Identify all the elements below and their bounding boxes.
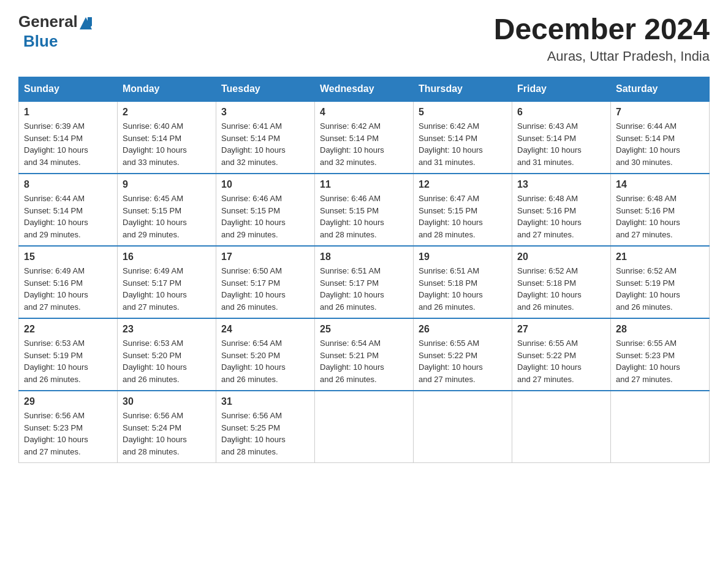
day-number: 31 [221, 396, 309, 407]
day-info: Sunrise: 6:55 AMSunset: 5:23 PMDaylight:… [616, 339, 680, 384]
cell-w4-d3: 25 Sunrise: 6:54 AMSunset: 5:21 PMDaylig… [315, 318, 414, 391]
day-info: Sunrise: 6:42 AMSunset: 5:14 PMDaylight:… [419, 121, 483, 167]
day-number: 26 [419, 324, 507, 335]
cell-w2-d1: 9 Sunrise: 6:45 AMSunset: 5:15 PMDayligh… [118, 174, 216, 246]
cell-w5-d6 [611, 391, 710, 463]
day-info: Sunrise: 6:42 AMSunset: 5:14 PMDaylight:… [320, 121, 384, 167]
day-number: 6 [517, 107, 605, 118]
cell-w3-d5: 20 Sunrise: 6:52 AMSunset: 5:18 PMDaylig… [512, 246, 611, 318]
day-number: 10 [221, 179, 309, 190]
cell-w3-d3: 18 Sunrise: 6:51 AMSunset: 5:17 PMDaylig… [315, 246, 414, 318]
day-info: Sunrise: 6:50 AMSunset: 5:17 PMDaylight:… [221, 266, 286, 312]
cell-w4-d2: 24 Sunrise: 6:54 AMSunset: 5:20 PMDaylig… [216, 318, 315, 391]
week-row-2: 8 Sunrise: 6:44 AMSunset: 5:14 PMDayligh… [19, 174, 710, 246]
day-info: Sunrise: 6:56 AMSunset: 5:25 PMDaylight:… [221, 411, 286, 456]
cell-w1-d3: 4 Sunrise: 6:42 AMSunset: 5:14 PMDayligh… [315, 101, 414, 174]
month-title: December 2024 [494, 12, 710, 46]
day-info: Sunrise: 6:55 AMSunset: 5:22 PMDaylight:… [419, 339, 483, 384]
day-number: 17 [221, 251, 309, 262]
title-section: December 2024 Auras, Uttar Pradesh, Indi… [494, 12, 710, 64]
day-info: Sunrise: 6:52 AMSunset: 5:19 PMDaylight:… [616, 266, 680, 312]
day-info: Sunrise: 6:54 AMSunset: 5:20 PMDaylight:… [221, 339, 286, 384]
cell-w2-d0: 8 Sunrise: 6:44 AMSunset: 5:14 PMDayligh… [19, 174, 118, 246]
day-number: 3 [221, 107, 309, 118]
cell-w3-d4: 19 Sunrise: 6:51 AMSunset: 5:18 PMDaylig… [414, 246, 512, 318]
cell-w1-d0: 1 Sunrise: 6:39 AMSunset: 5:14 PMDayligh… [19, 101, 118, 174]
cell-w4-d6: 28 Sunrise: 6:55 AMSunset: 5:23 PMDaylig… [611, 318, 710, 391]
day-number: 15 [24, 251, 112, 262]
day-info: Sunrise: 6:53 AMSunset: 5:19 PMDaylight:… [24, 339, 88, 384]
page-header: General Blue December 2024 Auras, Uttar … [18, 12, 710, 64]
day-info: Sunrise: 6:48 AMSunset: 5:16 PMDaylight:… [517, 194, 582, 239]
day-number: 27 [517, 324, 605, 335]
cell-w5-d5 [512, 391, 611, 463]
header-friday: Friday [512, 77, 611, 102]
calendar-table: SundayMondayTuesdayWednesdayThursdayFrid… [18, 77, 710, 463]
cell-w5-d4 [414, 391, 512, 463]
header-tuesday: Tuesday [216, 77, 315, 102]
day-info: Sunrise: 6:49 AMSunset: 5:17 PMDaylight:… [123, 266, 187, 312]
calendar-body: 1 Sunrise: 6:39 AMSunset: 5:14 PMDayligh… [19, 101, 710, 463]
header-thursday: Thursday [414, 77, 512, 102]
day-number: 30 [123, 396, 211, 407]
cell-w4-d5: 27 Sunrise: 6:55 AMSunset: 5:22 PMDaylig… [512, 318, 611, 391]
logo: General Blue [18, 12, 92, 51]
cell-w4-d1: 23 Sunrise: 6:53 AMSunset: 5:20 PMDaylig… [118, 318, 216, 391]
day-number: 4 [320, 107, 408, 118]
header-saturday: Saturday [611, 77, 710, 102]
cell-w2-d6: 14 Sunrise: 6:48 AMSunset: 5:16 PMDaylig… [611, 174, 710, 246]
day-info: Sunrise: 6:45 AMSunset: 5:15 PMDaylight:… [123, 194, 187, 239]
day-number: 5 [419, 107, 507, 118]
svg-marker-1 [88, 17, 92, 29]
day-info: Sunrise: 6:41 AMSunset: 5:14 PMDaylight:… [221, 121, 286, 167]
day-number: 24 [221, 324, 309, 335]
day-info: Sunrise: 6:51 AMSunset: 5:18 PMDaylight:… [419, 266, 483, 312]
week-row-1: 1 Sunrise: 6:39 AMSunset: 5:14 PMDayligh… [19, 101, 710, 174]
day-info: Sunrise: 6:49 AMSunset: 5:16 PMDaylight:… [24, 266, 88, 312]
day-number: 22 [24, 324, 112, 335]
cell-w3-d0: 15 Sunrise: 6:49 AMSunset: 5:16 PMDaylig… [19, 246, 118, 318]
day-number: 14 [616, 179, 704, 190]
day-number: 11 [320, 179, 408, 190]
day-info: Sunrise: 6:48 AMSunset: 5:16 PMDaylight:… [616, 194, 680, 239]
day-number: 23 [123, 324, 211, 335]
day-info: Sunrise: 6:39 AMSunset: 5:14 PMDaylight:… [24, 121, 88, 167]
cell-w2-d5: 13 Sunrise: 6:48 AMSunset: 5:16 PMDaylig… [512, 174, 611, 246]
day-number: 20 [517, 251, 605, 262]
day-info: Sunrise: 6:46 AMSunset: 5:15 PMDaylight:… [221, 194, 286, 239]
day-info: Sunrise: 6:55 AMSunset: 5:22 PMDaylight:… [517, 339, 582, 384]
cell-w5-d3 [315, 391, 414, 463]
week-row-3: 15 Sunrise: 6:49 AMSunset: 5:16 PMDaylig… [19, 246, 710, 318]
day-info: Sunrise: 6:53 AMSunset: 5:20 PMDaylight:… [123, 339, 187, 384]
day-number: 2 [123, 107, 211, 118]
header-wednesday: Wednesday [315, 77, 414, 102]
day-info: Sunrise: 6:56 AMSunset: 5:23 PMDaylight:… [24, 411, 88, 456]
day-number: 19 [419, 251, 507, 262]
header-monday: Monday [118, 77, 216, 102]
calendar-header: SundayMondayTuesdayWednesdayThursdayFrid… [19, 77, 710, 102]
cell-w5-d0: 29 Sunrise: 6:56 AMSunset: 5:23 PMDaylig… [19, 391, 118, 463]
day-number: 13 [517, 179, 605, 190]
cell-w4-d4: 26 Sunrise: 6:55 AMSunset: 5:22 PMDaylig… [414, 318, 512, 391]
day-info: Sunrise: 6:47 AMSunset: 5:15 PMDaylight:… [419, 194, 483, 239]
cell-w1-d2: 3 Sunrise: 6:41 AMSunset: 5:14 PMDayligh… [216, 101, 315, 174]
day-number: 29 [24, 396, 112, 407]
day-number: 18 [320, 251, 408, 262]
day-info: Sunrise: 6:40 AMSunset: 5:14 PMDaylight:… [123, 121, 187, 167]
day-number: 25 [320, 324, 408, 335]
day-number: 7 [616, 107, 704, 118]
week-row-5: 29 Sunrise: 6:56 AMSunset: 5:23 PMDaylig… [19, 391, 710, 463]
day-number: 9 [123, 179, 211, 190]
cell-w2-d4: 12 Sunrise: 6:47 AMSunset: 5:15 PMDaylig… [414, 174, 512, 246]
cell-w5-d1: 30 Sunrise: 6:56 AMSunset: 5:24 PMDaylig… [118, 391, 216, 463]
day-info: Sunrise: 6:44 AMSunset: 5:14 PMDaylight:… [616, 121, 680, 167]
cell-w2-d2: 10 Sunrise: 6:46 AMSunset: 5:15 PMDaylig… [216, 174, 315, 246]
cell-w3-d6: 21 Sunrise: 6:52 AMSunset: 5:19 PMDaylig… [611, 246, 710, 318]
cell-w1-d1: 2 Sunrise: 6:40 AMSunset: 5:14 PMDayligh… [118, 101, 216, 174]
day-number: 1 [24, 107, 112, 118]
day-number: 21 [616, 251, 704, 262]
day-info: Sunrise: 6:56 AMSunset: 5:24 PMDaylight:… [123, 411, 187, 456]
location-subtitle: Auras, Uttar Pradesh, India [494, 48, 710, 64]
day-number: 28 [616, 324, 704, 335]
day-number: 8 [24, 179, 112, 190]
